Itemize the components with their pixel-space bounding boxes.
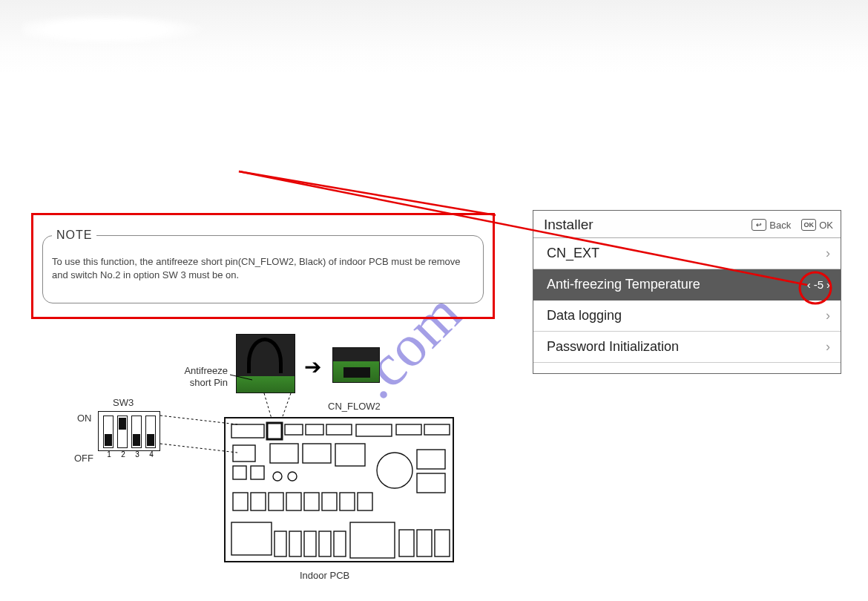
svg-rect-20	[286, 493, 301, 510]
ok-icon: OK	[801, 219, 816, 231]
note-highlight-box: NOTE To use this function, the antifreez…	[31, 213, 495, 319]
note-title: NOTE	[52, 229, 96, 242]
svg-rect-26	[274, 531, 286, 556]
svg-rect-27	[289, 531, 301, 556]
menu-item-label	[547, 364, 550, 374]
back-label: Back	[769, 220, 791, 231]
svg-rect-33	[417, 530, 432, 556]
dip-num-2: 2	[118, 450, 128, 459]
chevron-right-icon: ›	[826, 246, 830, 261]
dip-switch-sw3: 1 2 3 4	[98, 411, 160, 451]
svg-rect-19	[269, 493, 283, 510]
indoor-pcb-label: Indoor PCB	[300, 570, 349, 581]
value-stepper[interactable]: ‹ -5 ›	[807, 278, 830, 291]
back-icon: ↩	[752, 219, 766, 231]
svg-rect-31	[350, 522, 395, 558]
dip-num-3: 3	[132, 450, 142, 459]
svg-point-35	[273, 472, 282, 481]
installer-header-buttons: ↩ Back OK OK	[752, 219, 833, 231]
dip-num-4: 4	[146, 450, 157, 459]
svg-rect-0	[231, 424, 264, 438]
svg-rect-34	[435, 530, 450, 556]
svg-line-44	[282, 393, 291, 418]
svg-rect-18	[251, 493, 266, 510]
svg-rect-8	[233, 445, 255, 462]
svg-rect-11	[270, 444, 298, 463]
svg-rect-1	[267, 423, 282, 439]
chevron-right-icon: ›	[826, 339, 830, 355]
svg-line-38	[239, 171, 496, 215]
svg-rect-15	[417, 450, 445, 469]
svg-rect-7	[424, 424, 450, 435]
ok-label: OK	[819, 220, 833, 231]
svg-rect-21	[304, 493, 319, 510]
menu-item-cn-ext[interactable]: CN_EXT ›	[533, 238, 841, 269]
svg-rect-24	[358, 493, 372, 510]
cn-flow2-label: CN_FLOW2	[328, 401, 381, 412]
svg-rect-6	[396, 424, 421, 435]
note-fieldset: NOTE To use this function, the antifreez…	[42, 229, 484, 303]
svg-rect-5	[356, 424, 392, 436]
svg-rect-30	[334, 531, 346, 556]
menu-item-partial	[533, 363, 841, 373]
installer-menu: Installer ↩ Back OK OK CN_EXT › Anti-fre…	[533, 210, 841, 374]
svg-rect-17	[233, 493, 248, 510]
svg-rect-16	[417, 473, 445, 493]
page-header-swoosh	[22, 15, 230, 52]
svg-line-43	[264, 393, 272, 418]
svg-rect-9	[233, 466, 246, 479]
chevron-right-icon[interactable]: ›	[826, 278, 830, 291]
svg-rect-22	[322, 493, 337, 510]
on-label: ON	[77, 413, 92, 424]
sw3-label: SW3	[113, 397, 134, 408]
svg-rect-23	[340, 493, 355, 510]
installer-title: Installer	[544, 217, 594, 233]
svg-rect-32	[399, 530, 414, 556]
svg-rect-4	[326, 424, 352, 435]
menu-item-label: CN_EXT	[547, 246, 599, 261]
off-label: OFF	[74, 453, 93, 464]
svg-rect-28	[304, 531, 316, 556]
pcb-internals	[226, 418, 456, 564]
svg-point-14	[377, 453, 412, 488]
svg-rect-25	[231, 522, 272, 555]
antifreeze-pin-label: Antifreeze short Pin	[168, 365, 228, 388]
antifreeze-pin-photo-before	[236, 334, 295, 393]
chevron-left-icon[interactable]: ‹	[807, 278, 811, 291]
svg-rect-10	[251, 466, 264, 479]
chevron-right-icon: ›	[826, 308, 830, 324]
menu-item-data-logging[interactable]: Data logging ›	[533, 300, 841, 332]
back-button[interactable]: ↩ Back	[752, 219, 791, 231]
note-body: To use this function, the antifreeze sho…	[52, 255, 474, 282]
stepper-value: -5	[814, 278, 823, 291]
antifreeze-pin-photo-after	[332, 347, 380, 383]
indoor-pcb-outline	[224, 417, 454, 562]
svg-rect-12	[303, 444, 331, 463]
menu-item-password-init[interactable]: Password Initialization ›	[533, 332, 841, 363]
svg-rect-3	[306, 424, 323, 435]
svg-rect-13	[335, 444, 365, 466]
svg-rect-29	[319, 531, 331, 556]
menu-item-label: Data logging	[547, 308, 622, 324]
svg-rect-2	[285, 424, 303, 435]
ok-button[interactable]: OK OK	[801, 219, 833, 231]
menu-item-label: Password Initialization	[547, 339, 679, 355]
dip-num-1: 1	[104, 450, 114, 459]
menu-item-label: Anti-freezing Temperature	[547, 277, 700, 292]
arrow-right-icon: ➔	[304, 355, 321, 379]
menu-item-anti-freezing[interactable]: Anti-freezing Temperature ‹ -5 ›	[533, 269, 841, 300]
installer-header: Installer ↩ Back OK OK	[533, 211, 841, 238]
svg-point-36	[288, 472, 297, 481]
